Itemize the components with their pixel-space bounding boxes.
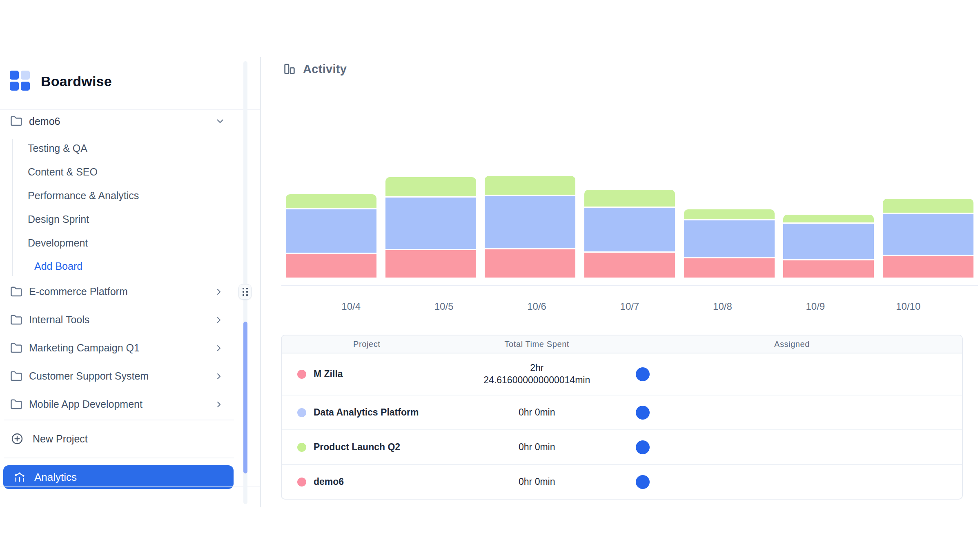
chevron-right-icon[interactable]	[214, 315, 224, 325]
bar-group-10/9	[779, 163, 879, 278]
stacked-bar	[485, 176, 575, 278]
column-header-total-time: Total Time Spent	[452, 340, 622, 349]
chevron-right-icon[interactable]	[214, 343, 224, 353]
bar-segment	[684, 209, 775, 220]
x-axis-tick-label: 10/5	[397, 301, 490, 312]
analytics-chart-icon	[13, 471, 26, 484]
table-header-row: Project Total Time Spent Assigned	[282, 335, 962, 353]
sidebar-bottom-border	[0, 486, 260, 487]
sidebar-board-item[interactable]: Development	[0, 231, 243, 255]
project-label: Marketing Campaign Q1	[29, 342, 140, 354]
sidebar-board-item[interactable]: Performance & Analytics	[0, 184, 243, 207]
sidebar-divider	[4, 420, 234, 420]
assigned-avatar[interactable]	[636, 475, 650, 489]
sidebar-divider	[4, 458, 234, 458]
bar-group-10/6	[480, 163, 580, 278]
time-value: 24.616000000000014min	[452, 374, 622, 387]
sidebar-divider	[0, 109, 260, 110]
project-cell: Product Launch Q2	[282, 442, 452, 453]
project-cell: demo6	[282, 476, 452, 487]
logo-square	[10, 82, 19, 91]
x-axis-tick-label: 10/10	[862, 301, 955, 312]
table-row-m-zilla: M Zilla2hr24.616000000000014min	[282, 353, 962, 395]
sidebar-board-item[interactable]: Content & SEO	[0, 160, 243, 184]
assigned-cell	[622, 475, 962, 489]
bar-group-10/7	[580, 163, 679, 278]
project-name: Product Launch Q2	[314, 442, 400, 453]
new-project-button[interactable]: New Project	[0, 428, 234, 450]
bar-segment	[883, 256, 973, 278]
folder-icon	[10, 342, 22, 354]
x-axis-tick-label: 10/9	[769, 301, 862, 312]
project-name: Data Analytics Platform	[314, 407, 419, 418]
bar-segment	[286, 209, 376, 254]
time-spent-table: Project Total Time Spent Assigned M Zill…	[281, 335, 963, 500]
total-time-cell: 0hr 0min	[452, 476, 622, 488]
time-value: 0hr 0min	[452, 407, 622, 419]
chevron-right-icon[interactable]	[214, 287, 224, 297]
assigned-avatar[interactable]	[636, 406, 650, 420]
logo-square	[21, 82, 30, 91]
project-color-dot	[297, 478, 306, 487]
assigned-avatar[interactable]	[636, 367, 650, 381]
bar-segment	[485, 176, 575, 196]
bar-group-10/10	[878, 163, 978, 278]
bar-group-10/5	[381, 163, 481, 278]
x-axis-labels: 10/410/510/610/710/810/910/10	[281, 301, 978, 312]
chevron-right-icon[interactable]	[214, 400, 224, 409]
stacked-bar	[286, 194, 376, 278]
folder-icon	[10, 370, 22, 382]
sidebar-project-item[interactable]: Customer Support System	[0, 362, 243, 390]
bar-segment	[883, 199, 973, 214]
table-row-product-launch-q2: Product Launch Q20hr 0min	[282, 430, 962, 465]
assigned-cell	[622, 440, 962, 454]
chevron-right-icon[interactable]	[214, 371, 224, 381]
sidebar-project-item[interactable]: Mobile App Development	[0, 390, 243, 418]
sidebar-board-item[interactable]: Design Sprint	[0, 207, 243, 231]
bar-segment	[385, 250, 476, 278]
bar-segment	[883, 214, 973, 256]
sidebar-project-item[interactable]: E-commerce Platform	[0, 278, 243, 306]
time-value: 0hr 0min	[452, 476, 622, 488]
active-project-label: demo6	[29, 116, 60, 127]
total-time-cell: 0hr 0min	[452, 407, 622, 419]
project-color-dot	[297, 408, 306, 417]
time-value: 0hr 0min	[452, 441, 622, 453]
sidebar-item-demo6[interactable]: demo6	[0, 113, 243, 129]
sidebar-project-item[interactable]: Marketing Campaign Q1	[0, 334, 243, 362]
total-time-cell: 0hr 0min	[452, 441, 622, 453]
sidebar-resize-handle[interactable]	[238, 284, 252, 300]
sidebar-right-border	[260, 57, 261, 507]
bar-group-10/8	[679, 163, 779, 278]
bar-segment	[385, 177, 476, 198]
sidebar-board-item[interactable]: Testing & QA	[0, 136, 243, 160]
column-header-project: Project	[282, 340, 452, 349]
project-color-dot	[297, 443, 306, 452]
bar-segment	[584, 253, 675, 278]
brand-name: Boardwise	[41, 73, 112, 89]
folder-icon	[10, 115, 22, 127]
activity-stacked-bar-chart	[281, 163, 978, 278]
bar-segment	[684, 220, 775, 258]
x-axis-tick-label: 10/8	[676, 301, 769, 312]
stacked-bar	[385, 177, 476, 278]
sidebar-scrollbar-thumb[interactable]	[243, 322, 247, 473]
add-board-button[interactable]: Add Board	[0, 255, 243, 278]
assigned-avatar[interactable]	[636, 440, 650, 454]
project-color-dot	[297, 370, 306, 379]
folder-icon	[10, 286, 22, 298]
column-header-assigned: Assigned	[622, 340, 962, 349]
stacked-bar	[684, 209, 775, 278]
bar-segment	[584, 208, 675, 253]
bar-segment	[783, 260, 874, 278]
project-list: E-commerce PlatformInternal ToolsMarketi…	[0, 278, 243, 418]
activity-title: Activity	[303, 62, 347, 76]
logo-square-light	[21, 71, 30, 80]
bar-segment	[286, 254, 376, 278]
sidebar-project-item[interactable]: Internal Tools	[0, 306, 243, 334]
project-label: Mobile App Development	[29, 398, 143, 410]
table-row-data-analytics-platform: Data Analytics Platform0hr 0min	[282, 395, 962, 430]
chevron-down-icon[interactable]	[215, 116, 225, 127]
project-label: Customer Support System	[29, 370, 149, 382]
bar-segment	[485, 196, 575, 249]
